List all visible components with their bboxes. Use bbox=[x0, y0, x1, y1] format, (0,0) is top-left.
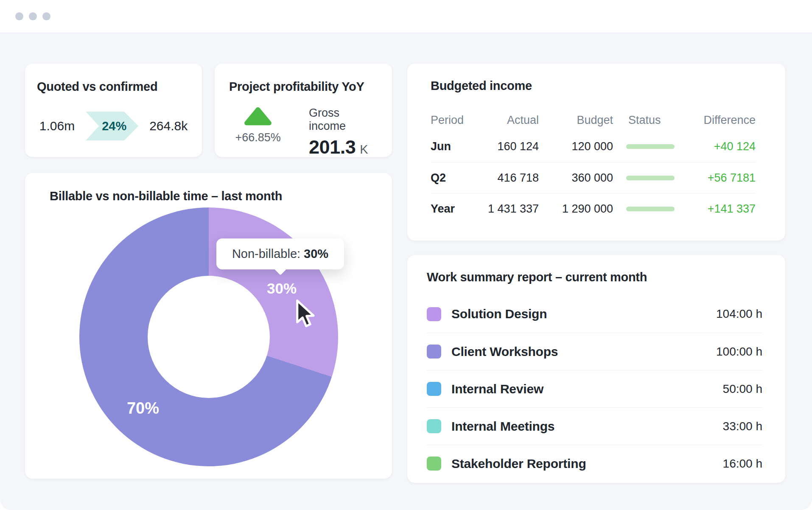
billable-donut-card: Billable vs non-billable time – last mon… bbox=[25, 173, 392, 479]
list-item: Client Workshops 100:00 h bbox=[427, 333, 762, 370]
quoted-amount: 1.06m bbox=[39, 119, 75, 133]
column-header-budget: Budget bbox=[539, 114, 613, 127]
trend-block: +66.85% bbox=[229, 106, 287, 158]
actual-cell: 416 718 bbox=[467, 171, 539, 185]
column-header-difference: Difference bbox=[683, 114, 756, 127]
category-label: Client Workshops bbox=[451, 345, 558, 359]
project-profitability-card: Project profitability YoY +66.85% Gross … bbox=[215, 64, 392, 157]
gross-income-valueline: 201.3 K bbox=[309, 136, 378, 158]
card-title: Project profitability YoY bbox=[229, 80, 378, 94]
status-progress-bar bbox=[626, 176, 675, 180]
dashboard-content: Quoted vs confirmed 1.06m 24% 264.8k Pro… bbox=[0, 33, 812, 483]
budget-cell: 360 000 bbox=[539, 171, 613, 185]
category-color-swatch bbox=[427, 457, 441, 471]
right-column: Budgeted income Period Actual Budget Sta… bbox=[407, 64, 785, 483]
actual-cell: 1 431 337 bbox=[467, 202, 539, 216]
category-hours: 100:00 h bbox=[716, 345, 762, 359]
category-label: Solution Design bbox=[451, 307, 547, 321]
period-cell: Jun bbox=[431, 140, 467, 153]
kpi-row: Quoted vs confirmed 1.06m 24% 264.8k Pro… bbox=[25, 64, 392, 157]
work-summary-card: Work summary report – current month Solu… bbox=[407, 255, 785, 483]
quoted-values-row: 1.06m 24% 264.8k bbox=[37, 112, 190, 140]
column-header-actual: Actual bbox=[467, 114, 539, 127]
status-progress-bar bbox=[626, 144, 675, 149]
chart-title: Billable vs non-billable time – last mon… bbox=[50, 189, 282, 203]
status-progress-bar bbox=[626, 207, 675, 211]
tooltip-label: Non-billable: bbox=[232, 247, 300, 261]
list-item: Stakeholder Reporting 16:00 h bbox=[427, 445, 762, 482]
budget-cell: 1 290 000 bbox=[539, 202, 613, 216]
confirmed-amount: 264.8k bbox=[149, 119, 188, 133]
table-row: Q2 416 718 360 000 +56 7181 bbox=[431, 162, 756, 193]
app-window: Quoted vs confirmed 1.06m 24% 264.8k Pro… bbox=[0, 0, 812, 510]
category-hours: 33:00 h bbox=[723, 420, 762, 433]
category-hours: 50:00 h bbox=[723, 382, 762, 396]
donut-hole bbox=[148, 276, 270, 398]
gross-income-block: Gross income 201.3 K bbox=[309, 106, 378, 158]
actual-cell: 160 124 bbox=[467, 140, 539, 153]
billable-slice-label: 70% bbox=[118, 399, 168, 418]
category-color-swatch bbox=[427, 382, 441, 396]
window-dot-icon[interactable] bbox=[42, 12, 50, 20]
difference-cell: +141 337 bbox=[683, 202, 756, 216]
yoy-delta: +66.85% bbox=[235, 131, 280, 144]
category-label: Internal Meetings bbox=[451, 419, 554, 434]
window-dot-icon[interactable] bbox=[15, 12, 23, 20]
card-title: Work summary report – current month bbox=[427, 270, 762, 284]
work-summary-list: Solution Design 104:00 h Client Workshop… bbox=[427, 295, 762, 482]
budgeted-income-card: Budgeted income Period Actual Budget Sta… bbox=[407, 64, 785, 241]
period-cell: Q2 bbox=[431, 171, 467, 185]
nonbillable-slice-label: 30% bbox=[256, 280, 307, 297]
category-label: Stakeholder Reporting bbox=[451, 457, 586, 471]
category-label: Internal Review bbox=[451, 382, 543, 396]
category-color-swatch bbox=[427, 419, 441, 433]
tooltip-value: 30% bbox=[304, 247, 328, 261]
category-hours: 16:00 h bbox=[723, 457, 762, 471]
budgeted-table: Period Actual Budget Status Difference J… bbox=[431, 109, 756, 224]
category-color-swatch bbox=[427, 307, 441, 321]
left-column: Quoted vs confirmed 1.06m 24% 264.8k Pro… bbox=[25, 64, 392, 483]
list-item: Internal Meetings 33:00 h bbox=[427, 407, 762, 445]
gross-income-label: Gross income bbox=[309, 106, 378, 133]
category-color-swatch bbox=[427, 345, 441, 359]
card-title: Budgeted income bbox=[431, 79, 756, 93]
chart-tooltip: Non-billable: 30% bbox=[216, 238, 344, 269]
gross-income-unit: K bbox=[360, 143, 368, 157]
table-row: Year 1 431 337 1 290 000 +141 337 bbox=[431, 193, 756, 224]
budget-cell: 120 000 bbox=[539, 140, 613, 153]
quoted-vs-confirmed-card: Quoted vs confirmed 1.06m 24% 264.8k bbox=[25, 64, 202, 157]
mouse-cursor-icon bbox=[293, 299, 319, 328]
window-titlebar bbox=[0, 0, 812, 33]
column-header-period: Period bbox=[431, 114, 467, 127]
list-item: Internal Review 50:00 h bbox=[427, 370, 762, 407]
category-hours: 104:00 h bbox=[716, 307, 762, 321]
difference-cell: +40 124 bbox=[683, 140, 756, 153]
difference-cell: +56 7181 bbox=[683, 171, 756, 185]
card-title: Quoted vs confirmed bbox=[37, 80, 190, 94]
budgeted-table-header: Period Actual Budget Status Difference bbox=[431, 109, 756, 131]
gross-income-value: 201.3 bbox=[309, 136, 356, 158]
column-header-status: Status bbox=[613, 114, 683, 127]
table-row: Jun 160 124 120 000 +40 124 bbox=[431, 131, 756, 162]
budgeted-table-body: Jun 160 124 120 000 +40 124 Q2 416 718 3… bbox=[431, 131, 756, 224]
conversion-percentage: 24% bbox=[102, 119, 126, 133]
period-cell: Year bbox=[431, 202, 467, 216]
list-item: Solution Design 104:00 h bbox=[427, 295, 762, 333]
conversion-arrow-badge: 24% bbox=[86, 112, 138, 140]
trend-up-icon bbox=[243, 106, 273, 126]
profitability-row: +66.85% Gross income 201.3 K bbox=[229, 106, 378, 158]
window-dot-icon[interactable] bbox=[29, 12, 37, 20]
